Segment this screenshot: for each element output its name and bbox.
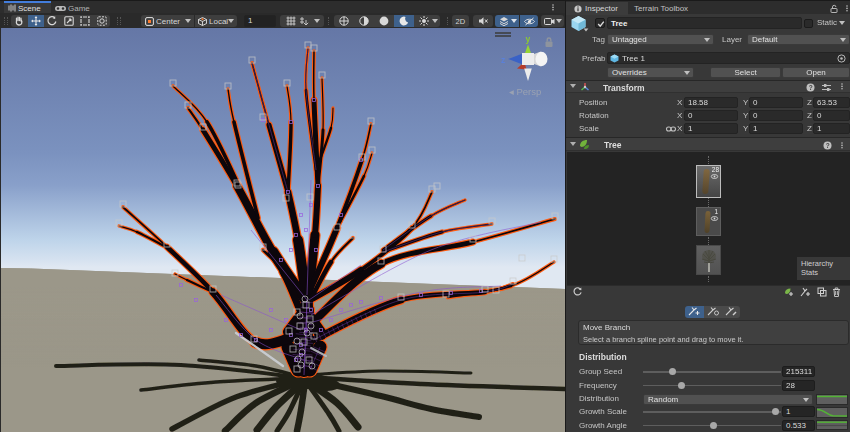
svg-text:y: y <box>526 34 531 44</box>
svg-text:◂ Persp: ◂ Persp <box>509 86 541 97</box>
svg-text:?: ? <box>809 84 813 91</box>
svg-text:?: ? <box>826 142 830 149</box>
svg-text:z: z <box>501 55 505 65</box>
